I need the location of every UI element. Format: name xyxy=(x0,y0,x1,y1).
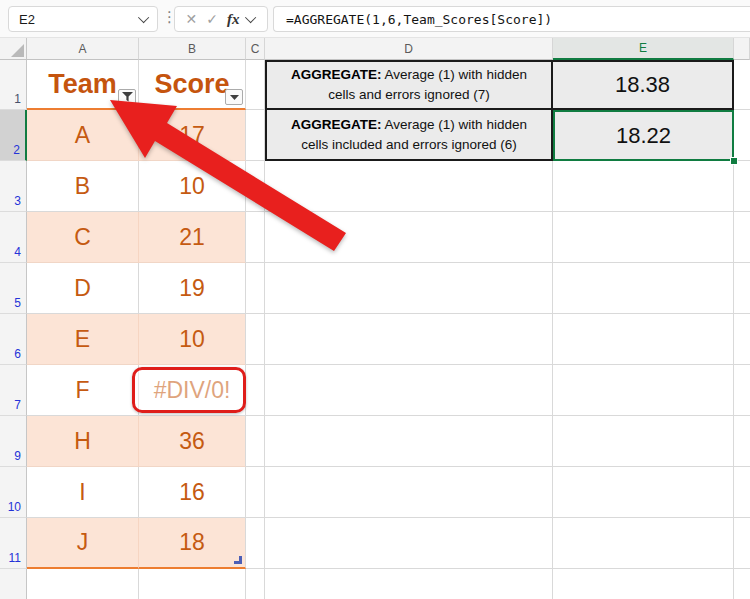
cell-D4[interactable] xyxy=(265,212,553,263)
cell-A2[interactable]: A xyxy=(27,110,139,161)
cell-C12[interactable] xyxy=(246,569,265,599)
aggregate-description-1: AGGREGATE: Average (1) with hidden cells… xyxy=(267,65,551,104)
cell-B4[interactable]: 21 xyxy=(139,212,246,263)
cell-E11[interactable] xyxy=(553,518,734,569)
cell-E10[interactable] xyxy=(553,467,734,518)
cell-C1[interactable] xyxy=(246,60,265,110)
formula-input[interactable]: =AGGREGATE(1,6,Team_Scores[Score]) xyxy=(273,6,750,32)
cell-A3[interactable]: B xyxy=(27,161,139,212)
cell-E12[interactable] xyxy=(553,569,734,599)
cell-A5[interactable]: D xyxy=(27,263,139,314)
cell-E9[interactable] xyxy=(553,416,734,467)
cell-B9[interactable]: 36 xyxy=(139,416,246,467)
score-filter-dropdown-button[interactable] xyxy=(225,89,243,105)
row-header-2[interactable]: 2 xyxy=(0,110,27,161)
cell-D9[interactable] xyxy=(265,416,553,467)
cell-E5[interactable] xyxy=(553,263,734,314)
cell-C5[interactable] xyxy=(246,263,265,314)
cell-B7[interactable]: #DIV/0! xyxy=(139,365,246,416)
table-resize-handle-icon[interactable] xyxy=(234,556,242,564)
row-header-10[interactable]: 10 xyxy=(0,467,27,518)
cell-D7[interactable] xyxy=(265,365,553,416)
cell-D11[interactable] xyxy=(265,518,553,569)
grid-cell[interactable] xyxy=(734,212,750,263)
grid-cell[interactable] xyxy=(734,110,750,161)
cell-B1-score-header[interactable]: Score xyxy=(139,60,246,110)
cell-E4[interactable] xyxy=(553,212,734,263)
cancel-button[interactable]: ✕ xyxy=(186,11,198,27)
cell-A1-team-header[interactable]: Team xyxy=(27,60,139,110)
team-filter-button[interactable] xyxy=(118,89,136,105)
cell-B2[interactable]: 17 xyxy=(139,110,246,161)
grid-cell[interactable] xyxy=(734,416,750,467)
row-header-3[interactable]: 3 xyxy=(0,161,27,212)
grid-cell[interactable] xyxy=(734,467,750,518)
insert-function-button[interactable]: fx xyxy=(227,11,240,28)
cell-B3[interactable]: 10 xyxy=(139,161,246,212)
grid-cell[interactable] xyxy=(734,314,750,365)
cell-B10[interactable]: 16 xyxy=(139,467,246,518)
row-header-4[interactable]: 4 xyxy=(0,212,27,263)
cell-A7[interactable]: F xyxy=(27,365,139,416)
column-header-F-partial[interactable] xyxy=(734,38,750,60)
grid-cell[interactable] xyxy=(734,569,750,599)
row-header-6[interactable]: 6 xyxy=(0,314,27,365)
column-header-D[interactable]: D xyxy=(265,38,553,60)
cell-E6[interactable] xyxy=(553,314,734,365)
row-header-9[interactable]: 9 xyxy=(0,416,27,467)
row-header-1[interactable]: 1 xyxy=(0,60,27,110)
cell-A10[interactable]: I xyxy=(27,467,139,518)
formula-bar: E2 ⋮ ✕ ✓ fx =AGGREGATE(1,6,Team_Scores[S… xyxy=(0,0,750,38)
cell-C4[interactable] xyxy=(246,212,265,263)
cell-E2-selected[interactable]: 18.22 xyxy=(553,110,734,161)
function-fx-icon: fx xyxy=(227,11,240,28)
cell-B12[interactable] xyxy=(139,569,246,599)
name-box[interactable]: E2 xyxy=(8,6,158,32)
cell-D6[interactable] xyxy=(265,314,553,365)
cell-C10[interactable] xyxy=(246,467,265,518)
row-header-5[interactable]: 5 xyxy=(0,263,27,314)
cell-E3[interactable] xyxy=(553,161,734,212)
cell-D1[interactable]: AGGREGATE: Average (1) with hidden cells… xyxy=(265,60,553,110)
row-header-7[interactable]: 7 xyxy=(0,365,27,416)
cell-A12[interactable] xyxy=(27,569,139,599)
grid-cell[interactable] xyxy=(734,161,750,212)
grid-cell[interactable] xyxy=(734,60,750,110)
row-header-11[interactable]: 11 xyxy=(0,518,27,569)
cell-A11[interactable]: J xyxy=(27,518,139,569)
column-header-C[interactable]: C xyxy=(246,38,265,60)
cell-C2[interactable] xyxy=(246,110,265,161)
cell-C9[interactable] xyxy=(246,416,265,467)
cell-D5[interactable] xyxy=(265,263,553,314)
cell-B6[interactable]: 10 xyxy=(139,314,246,365)
chevron-down-icon[interactable] xyxy=(245,12,256,23)
column-header-A[interactable]: A xyxy=(27,38,139,60)
grid-cell[interactable] xyxy=(734,518,750,569)
grid-cell[interactable] xyxy=(734,263,750,314)
cell-A9[interactable]: H xyxy=(27,416,139,467)
chevron-down-icon xyxy=(230,95,239,100)
enter-button[interactable]: ✓ xyxy=(206,11,218,27)
cell-C7[interactable] xyxy=(246,365,265,416)
cell-D10[interactable] xyxy=(265,467,553,518)
cell-D2[interactable]: AGGREGATE: Average (1) with hidden cells… xyxy=(265,110,553,161)
cell-C3[interactable] xyxy=(246,161,265,212)
fill-handle[interactable] xyxy=(730,157,738,165)
aggregate-description-2: AGGREGATE: Average (1) with hidden cells… xyxy=(267,115,551,154)
cell-D3[interactable] xyxy=(265,161,553,212)
column-header-B[interactable]: B xyxy=(139,38,246,60)
cell-E1[interactable]: 18.38 xyxy=(553,60,734,110)
cell-E7[interactable] xyxy=(553,365,734,416)
cell-C6[interactable] xyxy=(246,314,265,365)
select-all-corner[interactable] xyxy=(0,38,27,60)
cell-D12[interactable] xyxy=(265,569,553,599)
cell-A4[interactable]: C xyxy=(27,212,139,263)
cell-B11[interactable]: 18 xyxy=(139,518,246,569)
chevron-down-icon[interactable] xyxy=(138,12,149,23)
grid-cell[interactable] xyxy=(734,365,750,416)
column-header-E-selected[interactable]: E xyxy=(553,38,734,60)
cell-B5[interactable]: 19 xyxy=(139,263,246,314)
cell-C11[interactable] xyxy=(246,518,265,569)
cell-A6[interactable]: E xyxy=(27,314,139,365)
row-header-12-partial[interactable] xyxy=(0,569,27,599)
